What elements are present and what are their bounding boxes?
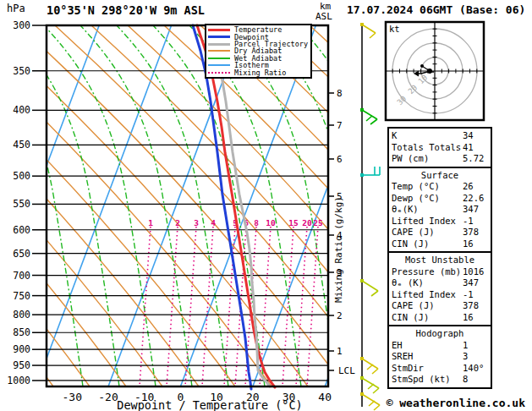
panel-row: θₑ(K)347 (392, 204, 488, 216)
wind-barb-flag (367, 364, 373, 370)
wind-barb-flag (374, 405, 380, 410)
panel-row-value: 22.6 (463, 193, 488, 205)
panel-row: K34 (392, 130, 488, 142)
legend-row: Mixing Ratio (208, 69, 309, 76)
panel-row: CIN (J)16 (392, 312, 488, 324)
hodograph-point-dot (420, 64, 424, 68)
pressure-tick-label: 600 (13, 224, 30, 236)
panel-row: Dewp (°C)22.6 (392, 193, 488, 205)
panel-row: CAPE (J)378 (392, 227, 488, 238)
wind-barb-stem (362, 281, 378, 291)
panel-row: Temp (°C)26 (392, 181, 488, 193)
wind-barb-flag (373, 388, 379, 393)
panel-row-value: 26 (463, 181, 488, 193)
wind-barb-flag (369, 401, 375, 406)
panel-row-label: Lifted Index (392, 289, 456, 301)
panel-row-value: 140° (463, 363, 488, 375)
legend-label: Mixing Ratio (234, 69, 286, 76)
pressure-tick-label: 800 (13, 309, 30, 321)
legend-row: Temperature (208, 26, 309, 33)
wind-barb (360, 376, 379, 393)
panel-row-label: Dewp (°C) (392, 193, 440, 205)
km-tick-label: 7 (337, 120, 343, 131)
panel-section: K34Totals Totals41PW (cm)5.72 (387, 127, 492, 168)
panel-row: θₑ (K)347 (392, 277, 488, 289)
wind-barb-flag (368, 384, 374, 389)
wind-barb-stem (362, 25, 376, 33)
panel-row-value: 41 (463, 142, 488, 154)
legend: TemperatureDewpointParcel TrajectoryDry … (205, 24, 312, 79)
legend-swatch-parcel-trajectory (208, 43, 230, 46)
panel-row-label: θₑ(K) (392, 204, 419, 216)
mixing-ratio-value: 3 (194, 218, 199, 227)
panel-section-title: Hodograph (392, 328, 488, 340)
pressure-tick-label: 650 (13, 248, 30, 260)
panel-row-label: CIN (J) (392, 312, 429, 324)
panel-row-label: CAPE (J) (392, 227, 435, 238)
wind-barb-flag (371, 291, 378, 296)
panel-row: PW (cm)5.72 (392, 153, 488, 165)
mixing-ratio-value: 8 (254, 218, 259, 227)
lcl-label: LCL (338, 365, 355, 376)
legend-swatch-mixing-ratio (208, 72, 230, 74)
km-tick-label: 2 (337, 310, 343, 321)
mixing-ratio-value: 10 (266, 218, 276, 227)
pressure-tick-label: 350 (13, 65, 30, 77)
panel-section-most-unstable: Most UnstablePressure (mb)1016θₑ (K)347L… (387, 251, 492, 326)
panel-row-value: 347 (463, 204, 488, 216)
wind-barb-flag (372, 369, 378, 374)
panel-row: CAPE (J)378 (392, 300, 488, 312)
panel-row-value: 1016 (463, 266, 488, 278)
panel-row-label: StmDir (392, 363, 424, 375)
panel-row-label: θₑ (K) (392, 277, 424, 289)
wind-barb (360, 279, 378, 296)
mixing-ratio-value: 1 (148, 218, 153, 227)
wind-barb-flag (370, 119, 377, 124)
mixing-ratio-line (296, 227, 307, 386)
mixing-ratio-value: 20 (302, 218, 312, 227)
km-tick-label: 6 (337, 154, 343, 165)
panel-row-value: -1 (463, 216, 488, 227)
panel-row-label: PW (cm) (392, 153, 429, 165)
km-tick-label: 8 (337, 88, 343, 99)
mixing-ratio-line (185, 227, 196, 386)
profile-traces (193, 25, 275, 389)
panel-row-label: Pressure (mb) (392, 266, 461, 278)
mixing-ratio-value: 2 (175, 218, 180, 227)
panel-row-value: 8 (463, 374, 488, 386)
temperature-axis: -30-20-10010203040Dewpoint / Temperature… (63, 391, 332, 411)
panel-row-value: 378 (463, 227, 488, 238)
panel-row: Pressure (mb)1016 (392, 266, 488, 278)
wind-barb-column (360, 23, 380, 410)
panel-row-label: StmSpd (kt) (392, 374, 451, 386)
panel-row-value: -1 (463, 289, 488, 301)
panel-row-value: 347 (463, 277, 488, 289)
panel-row-label: K (392, 130, 397, 142)
indices-panel: K34Totals Totals41PW (cm)5.72SurfaceTemp… (387, 129, 492, 389)
panel-row-label: CIN (J) (392, 238, 429, 250)
hodograph: 102030kt (386, 22, 484, 120)
panel-row: StmSpd (kt)8 (392, 374, 488, 386)
mixing-ratio-line (167, 227, 178, 386)
panel-row-value: 5.72 (463, 153, 488, 165)
mixing-ratio-line (307, 227, 318, 386)
mixing-ratio-value: 4 (211, 218, 216, 227)
legend-swatch-dewpoint (208, 36, 230, 38)
panel-row-label: Totals Totals (392, 142, 461, 154)
panel-row: Lifted Index-1 (392, 289, 488, 301)
wind-barb (360, 167, 380, 177)
panel-section-title: Surface (392, 170, 488, 182)
pressure-tick-label: 300 (13, 19, 30, 31)
panel-row: EH1 (392, 340, 488, 352)
legend-swatch-wet-adiabat (208, 58, 230, 59)
panel-row-value: 378 (463, 300, 488, 312)
panel-row: Totals Totals41 (392, 142, 488, 154)
hodograph-unit-label: kt (389, 24, 400, 34)
km-tick-label: 1 (337, 346, 343, 357)
wind-barb (360, 357, 378, 374)
panel-row-label: CAPE (J) (392, 300, 435, 312)
legend-swatch-temperature (208, 29, 230, 31)
pressure-tick-label: 500 (13, 170, 30, 182)
pressure-tick-label: 450 (13, 139, 30, 151)
pressure-tick-label: 950 (13, 359, 30, 371)
